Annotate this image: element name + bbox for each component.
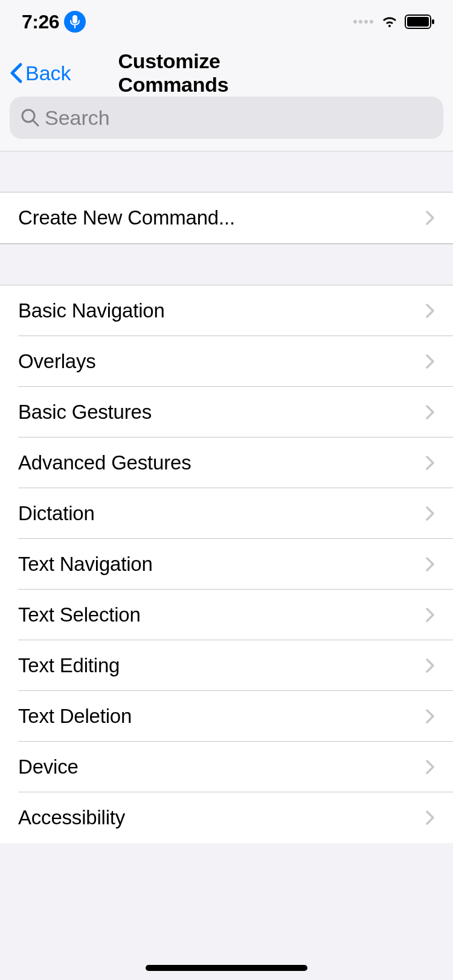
search-input[interactable]: [45, 106, 432, 130]
category-label: Advanced Gestures: [18, 451, 191, 474]
category-label: Basic Navigation: [18, 299, 165, 322]
chevron-right-icon: [426, 608, 435, 622]
chevron-right-icon: [426, 304, 435, 318]
category-row[interactable]: Device: [0, 742, 453, 792]
section-spacer: [0, 151, 453, 192]
search-icon: [21, 108, 40, 127]
svg-rect-4: [432, 19, 434, 24]
category-row[interactable]: Advanced Gestures: [0, 438, 453, 488]
search-bar[interactable]: [10, 97, 443, 139]
search-container: [0, 92, 453, 151]
category-label: Text Deletion: [18, 705, 132, 728]
category-row[interactable]: Text Deletion: [0, 691, 453, 742]
category-label: Dictation: [18, 502, 95, 525]
category-row[interactable]: Text Selection: [0, 590, 453, 640]
navigation-bar: Back Customize Commands: [0, 43, 453, 92]
svg-line-6: [33, 121, 38, 126]
status-time: 7:26: [22, 11, 59, 33]
back-label: Back: [25, 62, 71, 85]
chevron-right-icon: [426, 557, 435, 571]
home-indicator[interactable]: [146, 965, 307, 971]
chevron-right-icon: [426, 456, 435, 470]
chevron-right-icon: [426, 810, 435, 825]
back-button[interactable]: Back: [10, 62, 71, 85]
status-left: 7:26: [22, 11, 86, 33]
cellular-dots-icon: [353, 20, 373, 24]
chevron-right-icon: [426, 760, 435, 774]
category-row[interactable]: Accessibility: [0, 792, 453, 843]
category-label: Device: [18, 756, 79, 778]
create-command-section: Create New Command...: [0, 192, 453, 244]
wifi-icon: [381, 15, 399, 28]
section-spacer: [0, 244, 453, 285]
category-label: Text Selection: [18, 603, 141, 626]
create-new-command-row[interactable]: Create New Command...: [0, 192, 453, 243]
chevron-right-icon: [426, 405, 435, 419]
category-label: Text Editing: [18, 654, 120, 677]
category-label: Text Navigation: [18, 553, 153, 576]
category-label: Accessibility: [18, 806, 125, 829]
chevron-right-icon: [426, 658, 435, 673]
microphone-icon[interactable]: [64, 11, 86, 33]
svg-rect-0: [72, 15, 77, 24]
category-label: Basic Gestures: [18, 401, 152, 424]
create-new-command-label: Create New Command...: [18, 206, 235, 229]
chevron-right-icon: [426, 709, 435, 724]
category-row[interactable]: Dictation: [0, 488, 453, 539]
status-bar: 7:26: [0, 0, 453, 43]
page-title: Customize Commands: [118, 49, 335, 97]
status-right: [353, 14, 435, 29]
category-row[interactable]: Basic Gestures: [0, 387, 453, 438]
category-label: Overlays: [18, 350, 96, 373]
chevron-right-icon: [426, 211, 435, 225]
category-row[interactable]: Text Navigation: [0, 539, 453, 590]
categories-section: Basic NavigationOverlaysBasic GesturesAd…: [0, 285, 453, 843]
chevron-left-icon: [10, 62, 23, 84]
battery-icon: [405, 14, 435, 29]
category-row[interactable]: Basic Navigation: [0, 285, 453, 336]
chevron-right-icon: [426, 506, 435, 521]
category-row[interactable]: Overlays: [0, 336, 453, 387]
chevron-right-icon: [426, 354, 435, 369]
svg-rect-3: [407, 17, 429, 27]
category-row[interactable]: Text Editing: [0, 640, 453, 691]
